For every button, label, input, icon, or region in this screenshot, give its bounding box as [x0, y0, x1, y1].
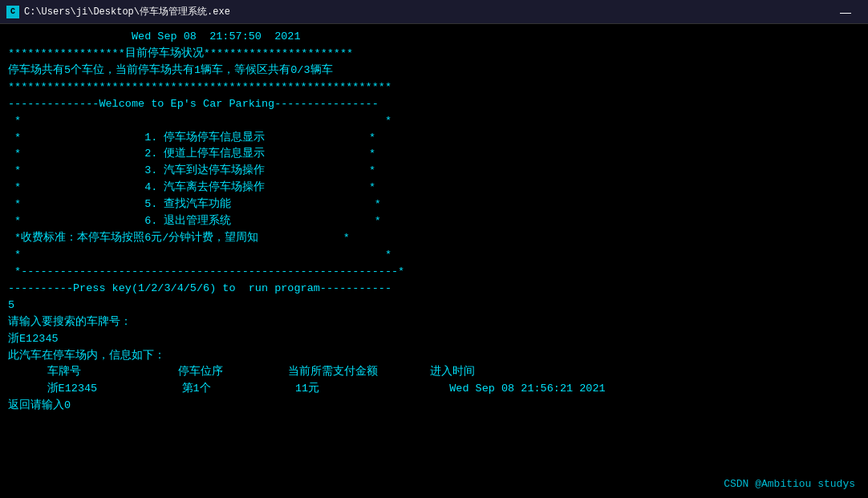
- terminal-line: * *: [8, 113, 860, 130]
- app-icon: C: [6, 6, 19, 18]
- terminal-line: * 3. 汽车到达停车场操作 *: [8, 163, 860, 180]
- terminal-line: 请输入要搜索的车牌号：: [8, 314, 860, 331]
- terminal-line: *收费标准：本停车场按照6元/分钟计费，望周知 *: [8, 230, 860, 247]
- terminal-line: 浙E12345 第1个 11元 Wed Sep 08 21:56:21 2021: [8, 381, 860, 398]
- minimize-button[interactable]: —: [829, 4, 862, 20]
- title-bar: C C:\Users\ji\Desktop\停车场管理系统.exe —: [0, 0, 868, 24]
- terminal-line: * 6. 退出管理系统 *: [8, 213, 860, 230]
- terminal-line: 浙E12345: [8, 331, 860, 348]
- title-bar-controls: —: [829, 4, 862, 20]
- terminal-line: 停车场共有5个车位，当前停车场共有1辆车，等候区共有0/3辆车: [8, 63, 860, 79]
- terminal-line: --------------Welcome to Ep's Car Parkin…: [8, 96, 860, 113]
- terminal-line: 车牌号 停车位序 当前所需支付金额 进入时间: [8, 364, 860, 381]
- terminal-line: * 5. 查找汽车功能 *: [8, 196, 860, 213]
- watermark: CSDN @Ambitiou studys: [724, 478, 855, 490]
- terminal-line: * 2. 便道上停车信息显示 *: [8, 146, 860, 163]
- terminal-line: * 4. 汽车离去停车场操作 *: [8, 180, 860, 196]
- terminal-line: 此汽车在停车场内，信息如下：: [8, 348, 860, 365]
- terminal-line: ******************目前停车场状况***************…: [8, 46, 860, 63]
- title-bar-left: C C:\Users\ji\Desktop\停车场管理系统.exe: [6, 5, 230, 18]
- terminal-line: Wed Sep 08 21:57:50 2021: [8, 29, 860, 46]
- terminal-line: 返回请输入0: [8, 398, 860, 415]
- terminal-line: * *: [8, 247, 860, 264]
- terminal-output: Wed Sep 08 21:57:50 2021****************…: [8, 29, 860, 415]
- terminal-line: * 1. 停车场停车信息显示 *: [8, 130, 860, 147]
- terminal-line: ****************************************…: [8, 79, 860, 96]
- window-title: C:\Users\ji\Desktop\停车场管理系统.exe: [24, 5, 230, 18]
- terminal-line: ----------Press key(1/2/3/4/5/6) to run …: [8, 281, 860, 298]
- terminal-area: Wed Sep 08 21:57:50 2021****************…: [0, 24, 868, 498]
- terminal-line: 5: [8, 298, 860, 314]
- terminal-line: *---------------------------------------…: [8, 264, 860, 281]
